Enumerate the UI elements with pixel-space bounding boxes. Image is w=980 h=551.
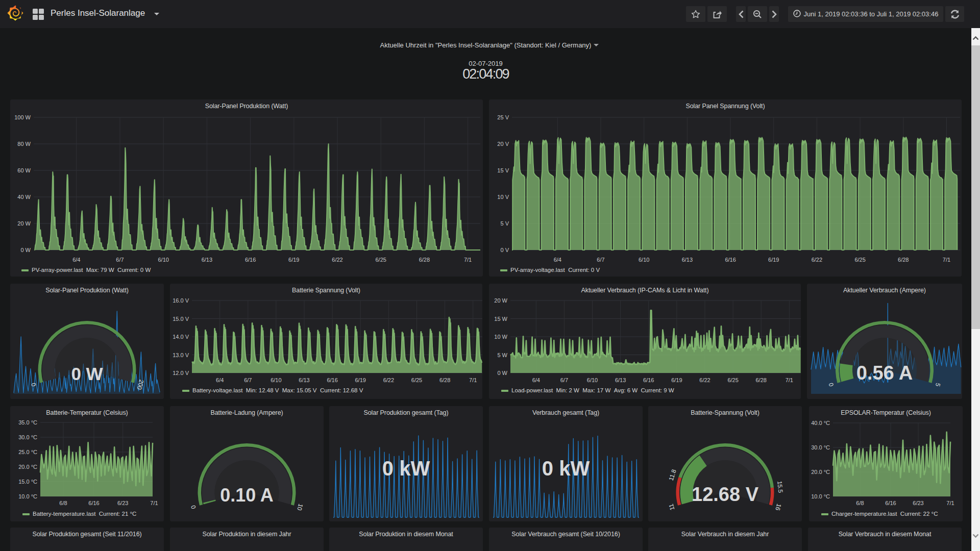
svg-text:15 V: 15 V bbox=[497, 167, 509, 173]
svg-text:14.0 V: 14.0 V bbox=[173, 334, 189, 340]
svg-text:6/7: 6/7 bbox=[116, 257, 124, 263]
svg-text:6/16: 6/16 bbox=[88, 500, 99, 506]
svg-text:30.0 °C: 30.0 °C bbox=[18, 434, 37, 440]
svg-text:30.0 °C: 30.0 °C bbox=[811, 444, 830, 450]
svg-text:20 W: 20 W bbox=[494, 297, 507, 304]
svg-text:6/10: 6/10 bbox=[639, 257, 649, 263]
svg-text:6/19: 6/19 bbox=[355, 377, 365, 383]
svg-text:6/4: 6/4 bbox=[532, 377, 540, 383]
svg-text:6/10: 6/10 bbox=[158, 257, 168, 263]
svg-text:20.0 °C: 20.0 °C bbox=[18, 464, 37, 470]
svg-text:6/10: 6/10 bbox=[271, 377, 281, 383]
svg-text:6/13: 6/13 bbox=[615, 377, 626, 383]
svg-text:60 W: 60 W bbox=[17, 167, 31, 173]
svg-text:6/7: 6/7 bbox=[244, 377, 252, 383]
svg-text:6/23: 6/23 bbox=[913, 500, 923, 506]
svg-text:11.8: 11.8 bbox=[667, 468, 677, 482]
svg-text:5 W: 5 W bbox=[497, 352, 507, 358]
svg-text:6/4: 6/4 bbox=[554, 257, 561, 263]
svg-text:6/4: 6/4 bbox=[72, 257, 80, 263]
svg-text:10 W: 10 W bbox=[494, 334, 507, 340]
svg-text:7/1: 7/1 bbox=[469, 377, 477, 383]
svg-text:20 W: 20 W bbox=[17, 220, 31, 227]
svg-text:5 V: 5 V bbox=[500, 220, 509, 227]
svg-text:6/16: 6/16 bbox=[725, 257, 736, 263]
svg-text:15.0 V: 15.0 V bbox=[173, 316, 189, 322]
svg-text:6/16: 6/16 bbox=[643, 377, 654, 383]
svg-text:6/23: 6/23 bbox=[117, 500, 128, 506]
svg-text:25.0 °C: 25.0 °C bbox=[18, 449, 37, 455]
svg-text:6/25: 6/25 bbox=[411, 377, 422, 383]
svg-text:6/22: 6/22 bbox=[812, 257, 822, 263]
svg-text:12.0 V: 12.0 V bbox=[173, 370, 189, 376]
svg-text:6/19: 6/19 bbox=[768, 257, 779, 263]
svg-text:6/19: 6/19 bbox=[671, 377, 682, 383]
svg-text:6/28: 6/28 bbox=[419, 257, 430, 263]
svg-text:0 W: 0 W bbox=[497, 370, 507, 376]
svg-text:16.0 V: 16.0 V bbox=[173, 297, 189, 304]
svg-text:7/1: 7/1 bbox=[786, 377, 793, 383]
svg-text:6/16: 6/16 bbox=[885, 500, 896, 506]
svg-text:6/8: 6/8 bbox=[856, 500, 864, 506]
svg-text:6/25: 6/25 bbox=[375, 257, 386, 263]
svg-text:80 W: 80 W bbox=[17, 141, 31, 147]
svg-text:0 V: 0 V bbox=[500, 247, 509, 253]
svg-text:0 W: 0 W bbox=[20, 247, 31, 253]
svg-text:6/16: 6/16 bbox=[327, 377, 337, 383]
svg-text:7/1: 7/1 bbox=[150, 500, 158, 506]
svg-text:6/10: 6/10 bbox=[587, 377, 598, 383]
svg-text:10.0 °C: 10.0 °C bbox=[18, 493, 37, 499]
svg-text:10 V: 10 V bbox=[497, 194, 509, 200]
svg-text:20.0 °C: 20.0 °C bbox=[811, 469, 830, 475]
svg-text:7/1: 7/1 bbox=[943, 257, 950, 263]
svg-text:6/22: 6/22 bbox=[383, 377, 394, 383]
svg-text:40.0 °C: 40.0 °C bbox=[811, 420, 830, 426]
svg-text:6/13: 6/13 bbox=[299, 377, 309, 383]
svg-text:40 W: 40 W bbox=[17, 194, 31, 200]
svg-text:15.0 °C: 15.0 °C bbox=[18, 479, 37, 485]
svg-text:100 W: 100 W bbox=[14, 114, 31, 120]
svg-text:6/13: 6/13 bbox=[682, 257, 693, 263]
svg-text:6/22: 6/22 bbox=[332, 257, 342, 263]
svg-text:6/28: 6/28 bbox=[439, 377, 450, 383]
svg-text:6/7: 6/7 bbox=[597, 257, 604, 263]
svg-text:15 W: 15 W bbox=[494, 316, 507, 322]
svg-text:6/22: 6/22 bbox=[699, 377, 710, 383]
svg-text:7/1: 7/1 bbox=[464, 257, 472, 263]
svg-text:20 V: 20 V bbox=[497, 141, 509, 147]
svg-text:6/13: 6/13 bbox=[202, 257, 212, 263]
svg-text:6/4: 6/4 bbox=[216, 377, 224, 383]
svg-text:10.0 °C: 10.0 °C bbox=[811, 493, 830, 499]
svg-text:6/28: 6/28 bbox=[898, 257, 909, 263]
svg-text:25 V: 25 V bbox=[497, 114, 509, 120]
svg-text:7/1: 7/1 bbox=[946, 500, 954, 506]
svg-text:6/16: 6/16 bbox=[245, 257, 256, 263]
svg-text:6/8: 6/8 bbox=[59, 500, 67, 506]
svg-text:6/19: 6/19 bbox=[288, 257, 299, 263]
svg-text:6/7: 6/7 bbox=[560, 377, 568, 383]
svg-text:6/28: 6/28 bbox=[755, 377, 766, 383]
svg-text:35.0 °C: 35.0 °C bbox=[18, 419, 37, 425]
svg-text:6/25: 6/25 bbox=[727, 377, 738, 383]
svg-text:6/25: 6/25 bbox=[854, 257, 865, 263]
svg-text:13.0 V: 13.0 V bbox=[173, 352, 189, 358]
